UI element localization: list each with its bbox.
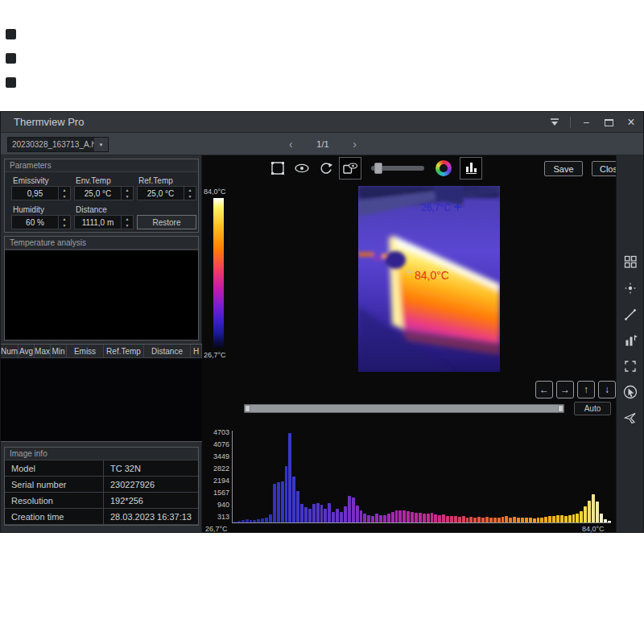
- histogram-bar: [383, 515, 386, 522]
- spinner-up-icon[interactable]: ▲: [184, 187, 196, 193]
- visibility-button[interactable]: [292, 159, 312, 178]
- histogram-y-tick: 313: [202, 513, 229, 521]
- pan-down-button[interactable]: ↓: [598, 381, 616, 398]
- profile-chart-button[interactable]: [622, 332, 638, 349]
- spinner-down-icon[interactable]: ▼: [59, 193, 70, 200]
- info-label: Resolution: [5, 493, 104, 508]
- histogram-bar: [352, 497, 355, 522]
- env-temp-value[interactable]: 25,0 °C: [75, 187, 121, 200]
- box-eye-icon: [341, 160, 359, 176]
- ref-temp-stepper[interactable]: 25,0 °C ▲▼: [137, 186, 196, 200]
- grid-tool-button[interactable]: [622, 254, 638, 270]
- pan-up-button[interactable]: ↑: [577, 381, 595, 398]
- histogram-bar: [281, 481, 284, 522]
- col-emiss[interactable]: Emiss: [67, 345, 104, 358]
- overlay-toggle-button[interactable]: [339, 157, 361, 180]
- file-dropdown[interactable]: 20230328_163713_A.hir ▼: [7, 137, 109, 152]
- histogram-bar: [502, 517, 505, 522]
- collapse-button[interactable]: [547, 115, 562, 130]
- histogram-bar: [415, 513, 418, 522]
- col-reftemp[interactable]: Ref.Temp: [104, 345, 144, 358]
- histogram-bar: [537, 518, 540, 522]
- spinner-down-icon[interactable]: ▼: [122, 193, 133, 200]
- col-min[interactable]: Min: [51, 345, 67, 358]
- eye-icon: [293, 160, 311, 176]
- histogram-bar: [427, 514, 430, 522]
- range-slider-left-handle[interactable]: [245, 405, 250, 412]
- page-next-button[interactable]: ›: [353, 138, 357, 150]
- spinner-up-icon[interactable]: ▲: [122, 187, 133, 193]
- pan-left-button[interactable]: ←: [535, 381, 553, 398]
- select-mode-button[interactable]: [622, 384, 638, 400]
- image-info-group: Image info ModelTC 32N Serial number2302…: [4, 447, 199, 526]
- info-value: 192*256: [104, 493, 198, 508]
- distance-value[interactable]: 1111,0 m: [75, 216, 121, 229]
- spot-tool-button[interactable]: [622, 280, 638, 296]
- range-slider-right-handle[interactable]: [558, 405, 564, 412]
- col-max[interactable]: Max: [35, 345, 51, 358]
- temperature-analysis-canvas[interactable]: [5, 250, 198, 340]
- histogram-bar: [497, 518, 501, 522]
- humidity-stepper[interactable]: 60 % ▲▼: [11, 215, 71, 229]
- spinner-up-icon[interactable]: ▲: [122, 216, 133, 222]
- info-label: Model: [5, 460, 104, 476]
- pointer-tool-button[interactable]: [622, 410, 638, 426]
- spinner-up-icon[interactable]: ▲: [59, 216, 70, 222]
- opacity-slider-handle[interactable]: [374, 163, 382, 174]
- left-panel: Parameters Emissivity Env.Temp Ref.Temp …: [1, 155, 202, 532]
- histogram-bar: [529, 518, 532, 522]
- save-button[interactable]: Save: [544, 161, 583, 176]
- close-window-button[interactable]: ×: [624, 115, 638, 130]
- temperature-range-slider[interactable]: [244, 404, 564, 413]
- fullscreen-button[interactable]: [622, 358, 638, 374]
- analysis-table: Num Avg Max Min Emiss Ref.Temp Distance …: [1, 344, 202, 442]
- env-temp-stepper[interactable]: 25,0 °C ▲▼: [74, 186, 134, 200]
- ref-temp-value[interactable]: 25,0 °C: [138, 187, 184, 200]
- col-num[interactable]: Num: [1, 345, 19, 358]
- title-bar: Thermview Pro − ×: [1, 112, 643, 133]
- line-icon: [623, 308, 638, 322]
- info-value: 28.03.2023 16:37:13: [104, 509, 198, 524]
- spinner-down-icon[interactable]: ▼: [184, 193, 196, 200]
- humidity-value[interactable]: 60 %: [12, 216, 58, 229]
- spinner-up-icon[interactable]: ▲: [59, 187, 70, 193]
- histogram-bar: [505, 516, 508, 522]
- minimize-button[interactable]: −: [579, 115, 593, 130]
- histogram-bar: [473, 518, 477, 522]
- col-distance[interactable]: Distance: [144, 345, 191, 358]
- emissivity-stepper[interactable]: 0,95 ▲▼: [11, 186, 71, 200]
- desktop-icon[interactable]: [6, 77, 16, 88]
- page-prev-button[interactable]: ‹: [289, 138, 293, 150]
- page-indicator: 1/1: [316, 139, 328, 149]
- histogram-bar: [288, 433, 291, 522]
- info-row: Serial number230227926: [5, 477, 198, 493]
- spinner-down-icon[interactable]: ▼: [59, 222, 70, 229]
- auto-button[interactable]: Auto: [574, 402, 611, 415]
- opacity-slider[interactable]: [371, 166, 424, 171]
- histogram-bar: [265, 518, 268, 522]
- histogram-bar: [560, 515, 564, 522]
- app-title: Thermview Pro: [14, 116, 84, 128]
- restore-button[interactable]: Restore: [137, 215, 196, 229]
- histogram-bar: [489, 518, 493, 522]
- distance-stepper[interactable]: 1111,0 m ▲▼: [74, 215, 134, 229]
- histogram-bar: [356, 506, 359, 522]
- thermal-image[interactable]: 26,7°C 84,0°C: [358, 186, 500, 372]
- field-label: Ref.Temp: [138, 176, 173, 185]
- histogram-bar: [242, 520, 245, 522]
- histogram-bar: [481, 518, 485, 522]
- fit-view-button[interactable]: [268, 159, 287, 178]
- histogram-toggle-button[interactable]: [460, 157, 482, 180]
- col-avg[interactable]: Avg: [19, 345, 35, 358]
- palette-button[interactable]: [434, 159, 453, 178]
- histogram-bar: [332, 512, 335, 522]
- spinner-down-icon[interactable]: ▼: [122, 222, 133, 229]
- desktop-icon[interactable]: [6, 53, 16, 64]
- rotate-button[interactable]: [316, 159, 336, 178]
- emissivity-value[interactable]: 0,95: [12, 187, 58, 200]
- maximize-button[interactable]: [601, 115, 616, 130]
- col-humidity[interactable]: H: [191, 345, 202, 358]
- line-tool-button[interactable]: [622, 307, 638, 323]
- pan-right-button[interactable]: →: [556, 381, 574, 398]
- desktop-icon[interactable]: [6, 29, 16, 39]
